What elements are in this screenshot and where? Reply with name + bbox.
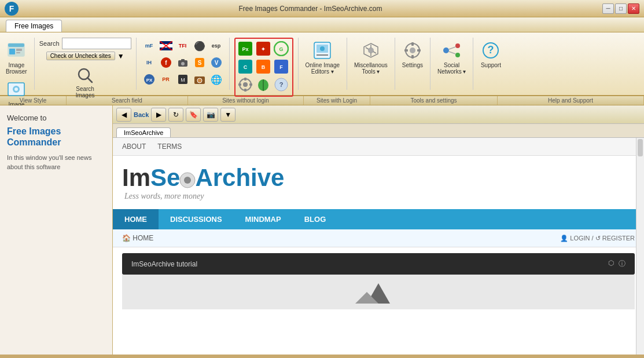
login-site-red[interactable]: ✦ [255,41,271,57]
wp-nav-mindmap[interactable]: MINDMAP [234,209,293,229]
login-site-unknown[interactable]: ? [273,76,289,93]
site-icon-pr[interactable]: PR [158,71,174,87]
social-networks-button[interactable]: SocialNetworks ▾ [435,38,468,77]
wp-logo-area: ImSeArchive Less words, more money [113,156,644,209]
svg-rect-47 [249,83,252,86]
refresh-button[interactable]: ↻ [168,108,183,122]
site-icon-camera[interactable] [175,54,191,71]
site-icon-ih[interactable]: IH [141,54,157,71]
svg-text:S: S [197,60,201,66]
login-site-green-b[interactable]: G [273,41,289,57]
wp-breadcrumb-home[interactable]: 🏠 HOME [122,234,153,242]
site-icon-orange[interactable]: S [192,54,208,71]
settings-group: Settings [400,38,430,90]
svg-rect-45 [244,89,246,92]
svg-text:C: C [243,64,247,70]
wp-share-icon[interactable]: ⬡ [608,259,614,269]
check-row: Check or Uncheck sites ▼ [46,52,124,60]
misc-tools-icon [360,40,381,61]
webpage: ABOUT TERMS ImSeArchive Less words, more… [113,138,644,355]
online-image-editors-button[interactable]: Online ImageEditors ▾ [303,38,342,77]
main-tab[interactable]: Free Images [6,20,62,32]
search-input[interactable] [62,38,131,49]
svg-point-7 [14,87,18,91]
social-networks-label: SocialNetworks ▾ [437,62,466,75]
browser-tab[interactable]: ImSeoArchive [116,127,171,137]
login-site-leaf[interactable] [255,76,271,93]
svg-point-56 [368,48,374,53]
sites-with-login-section-label: Sites with Login [304,96,370,105]
svg-point-68 [455,43,460,48]
site-icon-blue-circle[interactable]: V [208,54,225,71]
svg-point-75 [184,177,191,184]
wp-nav-blog[interactable]: BLOG [293,209,338,229]
app-name-text: Free Images Commander [7,126,105,148]
svg-rect-19 [181,59,185,61]
webpage-inner[interactable]: ABOUT TERMS ImSeArchive Less words, more… [113,138,644,355]
wp-topbar: ABOUT TERMS [113,138,644,156]
close-button[interactable]: ✕ [628,3,639,14]
back-button[interactable]: ◀ [116,108,131,122]
login-site-blue-b[interactable]: F [273,59,289,75]
wp-nav-home[interactable]: HOME [113,209,159,229]
wp-info-icon[interactable]: ⓘ [619,259,625,269]
svg-text:?: ? [279,81,283,88]
site-icon-dark[interactable]: M [175,71,191,87]
minimize-button[interactable]: ─ [602,3,614,14]
support-group: ? Support [478,38,508,90]
svg-rect-4 [16,52,20,53]
forward-button[interactable]: ▶ [151,108,166,122]
wp-login-register: 👤 LOGIN / ↺ REGISTER [560,235,635,242]
login-site-pixabay[interactable]: Px [237,41,253,57]
login-site-teal[interactable]: C [237,59,253,75]
bookmark-button[interactable]: 🔖 [186,108,201,122]
wp-login-link[interactable]: 👤 LOGIN [560,235,590,242]
svg-text:V: V [214,60,218,66]
site-icon-tfi[interactable]: TFI [175,38,191,54]
site-icon-globe[interactable]: 🌐 [208,71,225,87]
site-icon-black1[interactable]: ⚫ [192,38,208,54]
login-site-gear[interactable] [237,76,253,93]
site-icon-cam2[interactable] [192,71,208,87]
sites-without-login-grid: mF TFI ⚫ esp IH f S V [141,38,225,87]
tools-settings-section-label: Tools and settings [370,96,498,105]
miscellaneous-tools-button[interactable]: MiscellanousTools ▾ [352,38,390,77]
wp-nav-discussions[interactable]: DISCUSSIONS [159,209,234,229]
wp-nav: HOME DISCUSSIONS MINDMAP BLOG [113,209,644,229]
login-site-orange-b[interactable]: B [255,59,271,75]
svg-rect-66 [417,49,421,52]
check-uncheck-button[interactable]: Check or Uncheck sites [46,52,115,60]
support-label: Support [481,62,501,68]
support-button[interactable]: ? Support [478,38,503,71]
wp-about-link[interactable]: ABOUT [122,143,146,151]
image-browser-button[interactable]: ImageBrowser [3,38,30,77]
wp-register-link[interactable]: ↺ REGISTER [595,235,635,242]
snapshot-button[interactable]: 📷 [203,108,218,122]
restore-button[interactable]: □ [615,3,627,14]
site-icon-flag[interactable] [158,38,174,54]
site-icon-blue2[interactable]: PX [141,71,157,87]
svg-text:B: B [261,64,265,70]
settings-button[interactable]: Settings [400,38,425,71]
svg-line-70 [449,47,455,49]
section-labels: View Style Search field Sites without lo… [0,96,644,105]
site-icon-mf[interactable]: mF [141,38,157,54]
settings-icon [402,40,423,61]
site-icon-red-circle[interactable]: f [158,54,174,71]
scrollbar[interactable] [636,138,644,355]
more-button[interactable]: ▼ [220,108,235,122]
svg-point-69 [455,53,460,57]
svg-rect-46 [238,83,241,86]
search-images-button[interactable]: SearchImages [72,63,98,101]
window-controls: ─ □ ✕ [602,3,639,14]
view-style-section-label: View Style [0,96,67,105]
site-icon-esp[interactable]: esp [208,38,225,54]
support-icon: ? [480,40,501,61]
check-dropdown-icon[interactable]: ▼ [117,52,124,60]
svg-point-29 [197,78,202,83]
back-label[interactable]: Back [134,111,149,118]
svg-rect-2 [9,49,15,54]
svg-text:Px: Px [242,46,248,52]
wp-terms-link[interactable]: TERMS [157,143,182,151]
title-bar: F Free Images Commander - ImSeoArchive.c… [0,0,644,17]
